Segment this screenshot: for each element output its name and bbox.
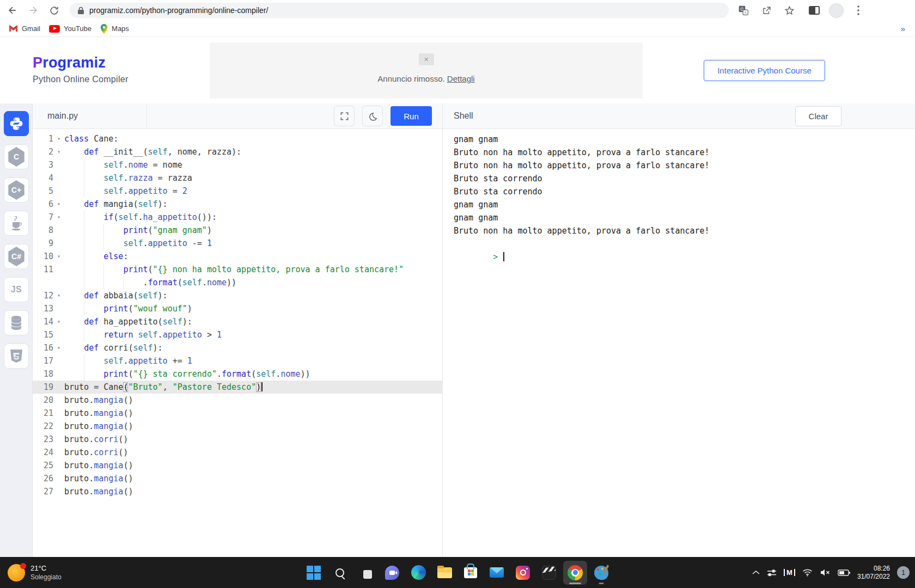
mail-button[interactable] [485,561,509,585]
teams-chat-button[interactable] [380,561,404,585]
wifi-icon[interactable] [802,568,813,577]
sidebar-item-cpp[interactable]: C+ [4,177,29,203]
clear-button[interactable]: Clear [795,106,841,126]
programiz-logo[interactable]: Programiz Python Online Compiler [33,54,129,84]
fullscreen-icon [340,112,349,121]
code-line: 22bruto.mangia() [33,420,442,433]
paint-icon [594,566,608,580]
moon-icon [368,112,377,121]
forward-icon[interactable] [25,2,41,19]
sidebar-item-java[interactable] [4,211,29,236]
logo-text: Programiz [33,54,129,71]
reload-icon[interactable] [46,2,62,19]
main-area: C C+ C# JS main.py Run 1▾class Cane:2▾ d… [0,103,915,557]
youtube-icon [49,25,60,33]
code-line: 2▾ def __init__(self, nome, razza): [33,145,442,158]
sidebar-item-python[interactable] [4,111,29,136]
ad-details-link[interactable]: Dettagli [447,74,475,83]
start-button[interactable] [302,561,326,585]
shell-output[interactable]: gnam gnamBruto non ha molto appetito, pr… [443,129,915,557]
code-line: 21bruto.mangia() [33,407,442,420]
bookmark-star-icon[interactable] [781,2,797,19]
bookmark-youtube[interactable]: YouTube [49,24,91,33]
site-header: Programiz Python Online Compiler ✕ Annun… [0,37,915,103]
sidebar-item-sql[interactable] [4,310,29,335]
c-icon: C [8,147,25,167]
microsoft-store-button[interactable] [459,561,483,585]
code-line: 12▾ def abbaia(self): [33,289,442,302]
notification-badge[interactable]: 1 [897,566,910,579]
code-editor[interactable]: 1▾class Cane:2▾ def __init__(self, nome,… [33,129,442,557]
bookmarks-overflow-chevron[interactable]: » [901,24,905,33]
menu-dots-icon[interactable] [850,2,867,19]
shell-prompt-line[interactable]: > [454,237,915,250]
code-line: 27bruto.mangia() [33,485,442,498]
share-icon[interactable] [758,2,774,19]
clock-date: 31/07/2022 [857,573,890,581]
javascript-icon: JS [11,285,22,295]
shell-line: gnam gnam [454,133,915,146]
mail-icon [490,567,504,578]
chrome-button[interactable] [563,561,587,585]
interactive-course-button[interactable]: Interactive Python Course [704,60,825,81]
page-title: Python Online Compiler [33,75,129,84]
code-line: 15 return self.appetito > 1 [33,328,442,341]
fullscreen-button[interactable] [334,106,355,126]
bookmark-maps[interactable]: Maps [100,24,129,34]
translate-icon[interactable]: Gx [735,2,752,19]
tray-chevron-icon[interactable] [752,570,760,575]
code-line: 9 self.appetito -= 1 [33,237,442,250]
sun-icon [8,564,25,581]
code-line: 16▾ def corri(self): [33,341,442,354]
address-bar[interactable]: programiz.com/python-programming/online-… [70,3,729,18]
back-icon[interactable] [4,2,21,19]
instagram-button[interactable] [511,561,535,585]
code-line: 25bruto.mangia() [33,459,442,472]
dark-mode-button[interactable] [362,106,383,126]
paint-button[interactable] [589,561,613,585]
tab-main-py[interactable]: main.py [33,103,147,129]
weather-temp: 21°C [30,564,62,573]
shell-cursor [503,252,504,261]
ad-text: Annuncio rimosso. [377,74,447,83]
shell-line: Bruto non ha molto appetito, prova a far… [454,146,915,159]
edge-button[interactable] [406,561,430,585]
taskbar-apps [302,561,613,585]
volume-muted-icon[interactable] [820,568,831,577]
weather-widget[interactable]: 21°C Soleggiato [8,557,62,588]
file-explorer-button[interactable] [432,561,456,585]
editor-panel: main.py Run 1▾class Cane:2▾ def __init__… [33,103,443,557]
sidebar-item-csharp[interactable]: C# [4,244,29,269]
run-button[interactable]: Run [391,106,432,126]
bookmarks-bar: Gmail YouTube Maps » [0,21,915,37]
python-icon [9,117,23,131]
tray-m-icon[interactable]: M [784,569,795,576]
bookmark-gmail[interactable]: Gmail [9,24,40,33]
search-button[interactable] [328,561,352,585]
code-line: 17 self.appetito += 1 [33,354,442,367]
sidebar-item-c[interactable]: C [4,144,29,169]
tray-sliders-icon[interactable] [767,568,777,577]
taskbar-clock[interactable]: 08:26 31/07/2022 [857,565,890,581]
shell-panel: Shell Clear gnam gnamBruto non ha molto … [443,103,915,557]
removed-ad-image-icon: ✕ [419,53,434,65]
sidebar-item-javascript[interactable]: JS [4,277,29,302]
chat-icon [385,566,399,580]
shell-line: gnam gnam [454,198,915,211]
code-line: 7▾ if(self.ha_appetito()): [33,211,442,224]
system-tray: M 08:26 31/07/2022 1 [752,557,910,588]
clock-time: 08:26 [857,565,890,573]
code-line: 5 self.appetito = 2 [33,185,442,198]
java-icon [10,216,23,231]
instagram-icon [516,566,530,580]
side-panel-icon[interactable] [806,2,822,19]
task-view-button[interactable] [354,561,378,585]
clipchamp-button[interactable] [537,561,561,585]
profile-avatar[interactable] [829,3,844,18]
battery-icon[interactable] [838,569,850,576]
csharp-icon: C# [8,247,25,266]
sidebar-item-html[interactable] [4,344,29,369]
code-lines: 1▾class Cane:2▾ def __init__(self, nome,… [33,132,442,498]
code-line: 10▾ else: [33,250,442,263]
store-icon [464,567,477,578]
